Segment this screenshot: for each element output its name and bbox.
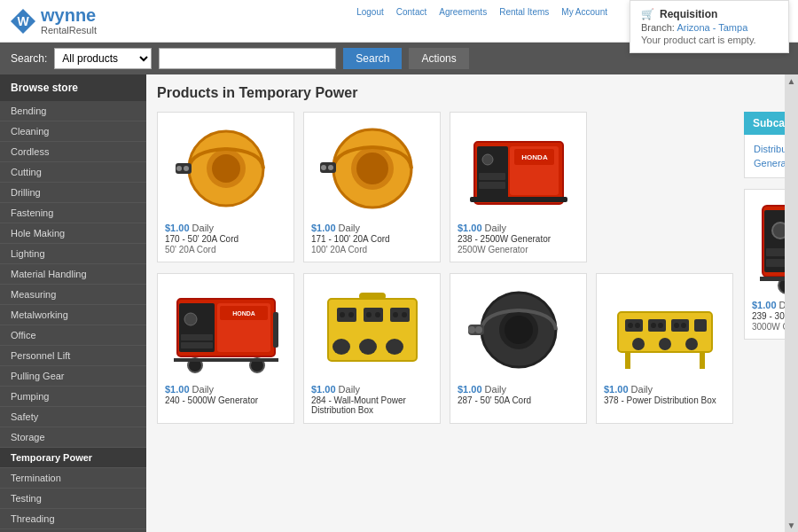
sidebar-item-threading[interactable]: Threading bbox=[0, 509, 146, 529]
svg-rect-45 bbox=[332, 339, 350, 355]
sidebar-item-office[interactable]: Office bbox=[0, 325, 146, 346]
cart-icon: 🛒 bbox=[641, 8, 654, 20]
product-card-284[interactable]: $1.00 Daily 284 - Wall-Mount Power Distr… bbox=[303, 273, 441, 424]
product-image-170 bbox=[165, 120, 286, 217]
product-price-240: $1.00 Daily bbox=[165, 384, 286, 395]
nav-rental-items[interactable]: Rental Items bbox=[495, 5, 553, 19]
sidebar-item-termination[interactable]: Termination bbox=[0, 468, 146, 489]
svg-rect-20 bbox=[479, 173, 505, 180]
actions-button[interactable]: Actions bbox=[409, 48, 468, 69]
requisition-empty: Your product cart is empty. bbox=[641, 35, 778, 45]
svg-point-4 bbox=[212, 154, 240, 183]
sidebar-item-metalworking[interactable]: Metalworking bbox=[0, 305, 146, 325]
svg-point-53 bbox=[468, 326, 475, 333]
sidebar-item-hole-making[interactable]: Hole Making bbox=[0, 223, 146, 244]
svg-point-59 bbox=[628, 323, 633, 328]
search-label: Search: bbox=[11, 52, 47, 65]
product-card-240[interactable]: HONDA bbox=[157, 273, 294, 424]
search-button[interactable]: Search bbox=[343, 48, 402, 69]
product-image-238: HONDA bbox=[458, 120, 579, 217]
svg-point-38 bbox=[348, 312, 354, 317]
sidebar-item-storage[interactable]: Storage bbox=[0, 427, 146, 448]
product-card-287[interactable]: $1.00 Daily 287 - 50' 50A Cord bbox=[450, 273, 587, 424]
product-card-170[interactable]: $1.00 Daily 170 - 50' 20A Cord 50' 20A C… bbox=[157, 112, 294, 262]
product-card-171[interactable]: $1.00 Daily 171 - 100' 20A Cord 100' 20A… bbox=[303, 112, 441, 262]
product-card-378[interactable]: $1.00 Daily 378 - Power Distribution Box bbox=[596, 273, 733, 424]
svg-point-66 bbox=[681, 323, 686, 328]
svg-text:HONDA: HONDA bbox=[232, 310, 255, 317]
product-price-170: $1.00 Daily bbox=[165, 223, 286, 233]
svg-rect-34 bbox=[174, 358, 278, 362]
svg-point-37 bbox=[340, 312, 345, 317]
svg-rect-31 bbox=[273, 312, 278, 348]
svg-text:W: W bbox=[17, 14, 29, 28]
outer-scrollbar[interactable]: ▲ ▼ bbox=[785, 74, 798, 532]
sidebar-item-pumping[interactable]: Pumping bbox=[0, 387, 146, 407]
sidebar-item-fastening[interactable]: Fastening bbox=[0, 203, 146, 223]
generator-red-large-icon: HONDA bbox=[755, 197, 786, 294]
nav-my-account[interactable]: My Account bbox=[557, 5, 612, 19]
requisition-title: 🛒 Requisition bbox=[641, 8, 778, 20]
sidebar-item-lighting[interactable]: Lighting bbox=[0, 244, 146, 264]
sidebar-item-pulling-gear[interactable]: Pulling Gear bbox=[0, 366, 146, 387]
distrib-box-yellow-icon bbox=[607, 286, 723, 374]
sidebar-item-bending[interactable]: Bending bbox=[0, 101, 146, 121]
svg-point-43 bbox=[393, 312, 398, 317]
subcat-distribution[interactable]: Distribution bbox=[754, 142, 785, 156]
page-title: Products in Temporary Power bbox=[157, 85, 774, 101]
sidebar-item-cutting[interactable]: Cutting bbox=[0, 162, 146, 183]
product-price-239: $1.00 Daily bbox=[752, 300, 785, 310]
svg-rect-29 bbox=[181, 334, 213, 340]
subcategories-panel: Subcategories Distribution Generation bbox=[744, 112, 785, 178]
content-area: Products in Temporary Power bbox=[146, 74, 785, 532]
sidebar-item-material-handling[interactable]: Material Handling bbox=[0, 264, 146, 285]
product-id-378: 378 - Power Distribution Box bbox=[604, 395, 725, 405]
search-select[interactable]: All products By category By keyword bbox=[54, 48, 152, 69]
sidebar-item-cleaning[interactable]: Cleaning bbox=[0, 121, 146, 142]
product-id-240: 240 - 5000W Generator bbox=[165, 395, 286, 405]
sidebar-item-testing[interactable]: Testing bbox=[0, 489, 146, 509]
product-id-284: 284 - Wall-Mount Power Distribution Box bbox=[311, 395, 433, 415]
product-image-171 bbox=[311, 120, 433, 217]
subcat-generation[interactable]: Generation bbox=[754, 156, 785, 170]
svg-rect-46 bbox=[359, 339, 377, 355]
product-desc-171: 100' 20A Cord bbox=[311, 245, 433, 254]
search-input[interactable] bbox=[159, 48, 336, 69]
scroll-up-arrow[interactable]: ▲ bbox=[787, 76, 796, 86]
sidebar-item-measuring[interactable]: Measuring bbox=[0, 285, 146, 305]
scroll-down-arrow[interactable]: ▼ bbox=[787, 520, 796, 530]
nav-agreements[interactable]: Agreements bbox=[434, 5, 491, 19]
sidebar-item-safety[interactable]: Safety bbox=[0, 407, 146, 427]
branch-link[interactable]: Arizona - Tampa bbox=[677, 22, 747, 33]
svg-point-76 bbox=[772, 223, 786, 239]
sidebar-item-temporary-power[interactable]: Temporary Power bbox=[0, 448, 146, 468]
product-card-239[interactable]: HONDA bbox=[744, 189, 785, 340]
svg-point-41 bbox=[375, 312, 380, 317]
svg-point-70 bbox=[685, 338, 698, 350]
svg-point-19 bbox=[482, 154, 493, 165]
sidebar-item-personnel-lift[interactable]: Personnel Lift bbox=[0, 346, 146, 366]
svg-point-60 bbox=[635, 323, 640, 328]
sidebar-item-drilling[interactable]: Drilling bbox=[0, 183, 146, 203]
logo-area: W wynne RentalResult bbox=[9, 5, 97, 35]
svg-rect-48 bbox=[359, 293, 386, 300]
cord-black-icon bbox=[461, 286, 576, 374]
sidebar: Browse store Bending Cleaning Cordless C… bbox=[0, 74, 146, 532]
products-row-1: $1.00 Daily 170 - 50' 20A Cord 50' 20A C… bbox=[157, 112, 733, 262]
svg-point-28 bbox=[184, 313, 197, 325]
subcategories-area: Subcategories Distribution Generation HO… bbox=[744, 112, 785, 434]
product-card-238[interactable]: HONDA $1.00 Daily bbox=[450, 112, 587, 262]
product-price-284: $1.00 Daily bbox=[311, 384, 433, 395]
product-image-284 bbox=[311, 281, 433, 379]
product-desc-238: 2500W Generator bbox=[458, 245, 579, 254]
nav-contact[interactable]: Contact bbox=[392, 5, 431, 19]
svg-rect-30 bbox=[181, 342, 213, 348]
nav-logout[interactable]: Logout bbox=[352, 5, 388, 19]
sidebar-item-cordless[interactable]: Cordless bbox=[0, 142, 146, 162]
svg-point-51 bbox=[505, 316, 533, 344]
product-price-378: $1.00 Daily bbox=[604, 384, 725, 395]
product-id-171: 171 - 100' 20A Cord bbox=[311, 234, 433, 244]
svg-point-7 bbox=[184, 166, 189, 171]
svg-rect-78 bbox=[766, 259, 786, 267]
products-row-2: HONDA bbox=[157, 273, 733, 424]
